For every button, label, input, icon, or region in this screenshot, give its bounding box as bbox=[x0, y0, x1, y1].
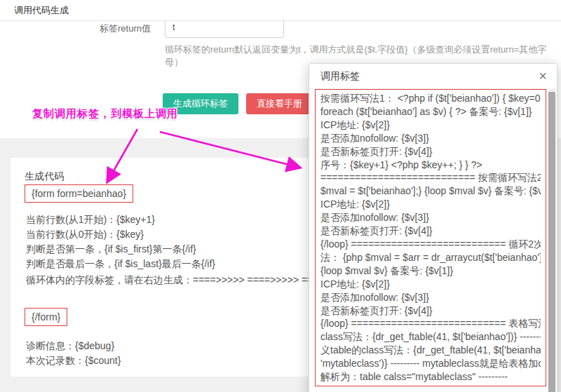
code-line: 诊断信息：{$debug} bbox=[26, 339, 121, 353]
debug-line-list: 诊断信息：{$debug}本次记录数：{$count} bbox=[26, 339, 121, 368]
close-icon[interactable]: × bbox=[539, 68, 547, 83]
tag-code-line: 是否添加nofollow: {$v[3]} bbox=[320, 132, 541, 145]
generated-code-title: 生成代码 bbox=[25, 170, 64, 183]
tag-code-line: 是否添加nofollow: {$v[3]} bbox=[320, 291, 541, 304]
tag-code-line: 是否新标签页打开: {$v[4]} bbox=[320, 304, 541, 318]
tag-code-line: 解析为：table calss="mytableclass" --------- bbox=[320, 370, 541, 384]
tag-code-line: {/loop} =========================== 循环2次… bbox=[320, 238, 541, 251]
code-line: 当前行数(从0开始)：{$key} bbox=[26, 227, 215, 242]
tag-code-line: $mval = $t['beianhao'];} {loop $mval $v}… bbox=[320, 184, 541, 198]
tag-code-line: foreach ($t['beianhao'] as $v) { ?> 备案号:… bbox=[320, 105, 541, 119]
tag-code-line: ICP地址: {$v[2]} bbox=[320, 278, 541, 291]
tag-code-line: ICP地址: {$v[2]} bbox=[320, 198, 541, 211]
tag-code-box[interactable]: 按需循环写法1： <?php if ($t['beianhao']) { $ke… bbox=[315, 89, 546, 386]
page-title: 调用代码生成 bbox=[14, 4, 69, 17]
tag-code-line: 是否新标签页打开: {$v[4]} bbox=[320, 145, 541, 158]
code-line: 判断是否最后一条，{if $is_last}最后一条{/if} bbox=[26, 257, 215, 271]
tag-code-line: 法： {php $mval = $arr = dr_arraycut($t['b… bbox=[320, 251, 541, 264]
tag-code-line: 'mytableclass')} --------- mytableclass就… bbox=[320, 357, 541, 370]
tag-code-line: {/loop} =========================== 表格写法… bbox=[320, 317, 541, 330]
form-close-tag: {/form} bbox=[25, 308, 67, 326]
dialog-scrollbar-track[interactable] bbox=[548, 89, 556, 392]
dialog-title: 调用标签 bbox=[320, 70, 360, 83]
tag-code-line: class写法：{dr_get_ftable(41, $t['beianhao'… bbox=[320, 330, 541, 344]
code-line: 本次记录数：{$count} bbox=[26, 353, 121, 368]
tag-code-line: 是否新标签页打开: {$v[4]} bbox=[320, 224, 541, 238]
tag-code-line: ICP地址: {$v[2]} bbox=[320, 119, 541, 132]
tag-code-line: 按需循环写法1： <?php if ($t['beianhao']) { $ke… bbox=[320, 92, 541, 105]
tag-code-line: {loop $mval $v} 备案号: {$v[1]} bbox=[320, 264, 541, 278]
code-line-list: 当前行数(从1开始)：{$key+1}当前行数(从0开始)：{$key}判断是否… bbox=[26, 212, 215, 271]
tag-code-lines: 按需循环写法1： <?php if ($t['beianhao']) { $ke… bbox=[320, 92, 541, 384]
code-line: 判断是否第一条，{if $is_first}第一条{/if} bbox=[26, 242, 215, 257]
dialog-header: 调用标签 × bbox=[309, 64, 557, 89]
code-line: 当前行数(从1开始)：{$key+1} bbox=[26, 212, 215, 227]
annotation-copy-tag-note: 复制调用标签，到模板上调用 bbox=[32, 107, 178, 121]
tag-code-line: 义table的class写法：{dr_get_ftable(41, $t['be… bbox=[320, 344, 541, 357]
tag-code-line: 是否添加nofollow: {$v[3]} bbox=[320, 211, 541, 224]
view-manual-button[interactable]: 直接看手册 bbox=[246, 93, 313, 114]
page-header: 调用代码生成 bbox=[0, 0, 561, 21]
return-value-label: 标签return值 bbox=[0, 22, 151, 35]
dialog-scrollbar-thumb[interactable] bbox=[548, 92, 555, 392]
tag-code-line: 序号：{$key+1} <?php $key++; } } ?> bbox=[320, 158, 541, 172]
call-tag-dialog: 调用标签 × 按需循环写法1： <?php if ($t['beianhao']… bbox=[309, 63, 557, 392]
form-open-tag: {form form=beianhao} bbox=[25, 184, 133, 203]
tag-code-line: =========================== 按需循环写法2： {ph… bbox=[320, 171, 541, 184]
